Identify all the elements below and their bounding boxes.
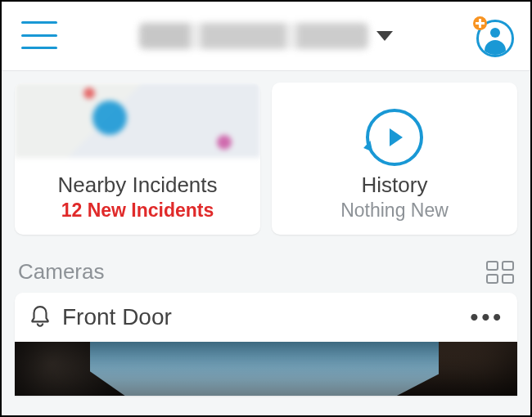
grid-view-icon[interactable] <box>486 261 514 284</box>
camera-live-preview[interactable] <box>15 342 517 396</box>
plus-badge-icon <box>473 16 487 30</box>
nearby-incidents-subtitle: 12 New Incidents <box>61 200 214 222</box>
history-replay-icon <box>366 109 423 166</box>
menu-hamburger-icon[interactable] <box>21 21 57 49</box>
chevron-down-icon <box>376 31 393 41</box>
map-thumbnail <box>15 83 260 158</box>
cameras-section-title: Cameras <box>18 259 104 285</box>
app-header <box>2 2 530 71</box>
nearby-incidents-title: Nearby Incidents <box>57 173 217 198</box>
location-name-redacted <box>139 23 368 49</box>
camera-more-icon[interactable]: ••• <box>471 304 504 330</box>
nearby-incidents-card[interactable]: Nearby Incidents 12 New Incidents <box>15 83 260 235</box>
history-title: History <box>362 173 428 198</box>
location-selector[interactable] <box>139 23 393 49</box>
camera-card[interactable]: Front Door ••• <box>15 293 517 396</box>
doorbell-icon <box>29 305 51 330</box>
neighbors-account-button[interactable] <box>476 20 514 57</box>
dashboard-content: Nearby Incidents 12 New Incidents Histor… <box>2 71 530 416</box>
camera-name-label: Front Door <box>62 304 172 330</box>
history-subtitle: Nothing New <box>340 200 449 222</box>
history-card[interactable]: History Nothing New <box>272 83 517 235</box>
